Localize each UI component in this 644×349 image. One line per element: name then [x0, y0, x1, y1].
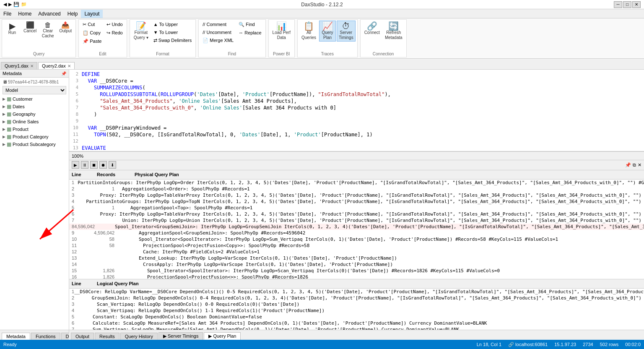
ribbon-group-powerbi-label: Power BI — [270, 51, 293, 56]
pin-icon[interactable]: 📌 — [625, 162, 631, 168]
tab-query2-close[interactable]: ✕ — [68, 64, 71, 68]
ribbon-group-query: ▶ Run ⬛ Cancel 🗑 ClearCache 📤 Output Que… — [2, 19, 76, 57]
tree-item-online-sales[interactable]: ▶ ▦ Online Sales — [1, 118, 68, 125]
logical-plan-row: 3 Scan_Vertipaq: RelLogOp DependOnCols()… — [69, 301, 644, 307]
table-icon-product-category: ▦ — [7, 134, 11, 140]
left-panel: Metadata 📌 🖥 597eaa44-e712-4678-88b1 Mod… — [0, 70, 69, 340]
refresh-metadata-button[interactable]: 🔄 RefreshMetadata — [383, 21, 405, 42]
code-editor[interactable]: 2 DEFINE 3 VAR __DS0Core = 4 SUMMARIZECO… — [69, 70, 644, 151]
ribbon-group-edit: ✂ Cut 📋 Copy 📌 Paste ↩ Undo ↪ Redo Edit — [78, 19, 127, 57]
server-timings-button[interactable]: ⏱ ServerTimings — [337, 21, 356, 42]
to-lower-button[interactable]: ▼ To Lower — [151, 29, 194, 36]
output-tabs: Output Results Query History ▶ Server Ti… — [69, 330, 644, 340]
comment-button[interactable]: // Comment — [200, 21, 236, 28]
code-line-8: 8 ) — [69, 112, 644, 118]
redo-button[interactable]: ↪ Redo — [104, 29, 125, 37]
results-panel: ▶ ⏸ ⏹ ⏺ ⬇ 📌 ⧉ ✕ Line Records Physical Qu… — [69, 160, 644, 330]
tree-item-product[interactable]: ▶ ▦ Product — [1, 125, 68, 133]
export-btn[interactable]: ⬇ — [109, 161, 116, 169]
metadata-pin-icon[interactable]: 📌 — [61, 71, 66, 76]
menu-file[interactable]: File — [0, 10, 15, 18]
tree-arrow-product-subcategory: ▶ — [3, 142, 5, 146]
tree-item-geography[interactable]: ▶ ▦ Geography — [1, 110, 68, 118]
tab-query2-label: Query2.dax — [42, 63, 66, 68]
table-icon-product-subcategory: ▦ — [7, 141, 11, 147]
status-position: Ln 18, Col 1 — [477, 342, 501, 347]
plan-row: 6 Proxy: IterPhyOp LogOp=TableVarProxy I… — [69, 211, 644, 217]
code-line-4: 4 SUMMARIZECOLUMNS( — [69, 85, 644, 91]
quick-access[interactable]: ◀ ▶ 💾 📁 — [3, 2, 27, 7]
find-button[interactable]: 🔍 Find — [236, 21, 263, 29]
menu-advanced[interactable]: Advanced — [35, 10, 64, 18]
menu-help[interactable]: Help — [64, 10, 81, 18]
all-queries-button[interactable]: 📋 AllQueries — [299, 21, 318, 42]
close-button[interactable]: ✕ — [632, 1, 641, 8]
tab-query1-close[interactable]: ✕ — [30, 64, 34, 68]
copy-button[interactable]: 📋 Copy — [80, 29, 104, 37]
menu-bar: File Home Advanced Help Layout — [0, 9, 644, 18]
cancel-button[interactable]: ⬛ Cancel — [21, 21, 39, 35]
connect-button[interactable]: 🔗 Connect — [362, 21, 382, 36]
menu-home[interactable]: Home — [15, 10, 35, 18]
connect-icon: 🔗 — [367, 22, 377, 30]
status-version: 15.1.97.23 — [554, 342, 576, 347]
output-tab-server-timings[interactable]: ▶ Server Timings — [158, 332, 203, 340]
to-upper-button[interactable]: ▲ To Upper — [151, 21, 194, 28]
stop-btn[interactable]: ⏹ — [90, 161, 98, 169]
tab-query2[interactable]: Query2.dax ✕ — [38, 62, 75, 69]
ribbon-group-format-label: Format — [132, 51, 194, 56]
load-perf-data-button[interactable]: 📊 Load PerfData — [270, 21, 293, 42]
tree-item-customer[interactable]: ▶ ▦ Customer — [1, 95, 68, 103]
play-btn[interactable]: ▶ — [72, 161, 79, 169]
maximize-button[interactable]: □ — [623, 1, 631, 8]
query-plan-button[interactable]: 📈 QueryPlan — [319, 21, 336, 42]
ribbon-group-connection-label: Connection — [362, 51, 405, 56]
format-query-button[interactable]: 📝 FormatQuery ▾ — [132, 21, 151, 42]
tab-query1[interactable]: Query1.dax ✕ — [1, 62, 37, 69]
quick-access-btn[interactable]: ◀ — [3, 2, 7, 7]
main-layout: Metadata 📌 🖥 597eaa44-e712-4678-88b1 Mod… — [0, 70, 644, 340]
float-icon[interactable]: ⧉ — [633, 162, 636, 168]
plan-row: 13 Extend_Lookup: IterPhyOp LogOp=VarSco… — [69, 255, 644, 261]
table-icon-dates: ▦ — [7, 104, 11, 109]
output-tab-query-plan[interactable]: ▶ Query Plan — [204, 332, 241, 340]
merge-xml-button[interactable]: 📄 Merge XML — [200, 36, 236, 44]
load-perf-icon: 📊 — [276, 22, 287, 30]
model-select[interactable]: Model — [3, 86, 66, 94]
output-button[interactable]: 📤 Output — [57, 21, 74, 35]
tree-item-dates[interactable]: ▶ ▦ Dates — [1, 103, 68, 110]
replace-button[interactable]: ↔ Replace — [236, 29, 263, 36]
metadata-tab[interactable]: Metadata — [2, 333, 30, 340]
run-button[interactable]: ▶ Run — [4, 21, 21, 36]
tree-item-product-category[interactable]: ▶ ▦ Product Category — [1, 133, 68, 141]
clear-cache-button[interactable]: 🗑 ClearCache — [39, 21, 56, 40]
plan-row: 11 58 ProjectionSpool<ProjectFusion<Copy… — [69, 242, 644, 249]
uncomment-button[interactable]: // Uncomment — [200, 29, 236, 36]
status-bar: Ready Ln 18, Col 1 🔗 localhost:60861 15.… — [0, 340, 644, 349]
tree-arrow-dates: ▶ — [3, 104, 5, 109]
ribbon: ▶ Run ⬛ Cancel 🗑 ClearCache 📤 Output Que… — [0, 18, 644, 59]
tree-label-product-subcategory: Product Subcategory — [13, 142, 56, 147]
ribbon-group-query-label: Query — [4, 51, 74, 56]
cut-button[interactable]: ✂ Cut — [80, 21, 104, 29]
output-tab-query-history[interactable]: Query History — [120, 333, 158, 340]
ribbon-group-powerbi: 📊 Load PerfData Power BI — [268, 19, 295, 57]
output-tab-output[interactable]: Output — [71, 333, 94, 340]
output-tab-results[interactable]: Results — [95, 333, 119, 340]
minimize-button[interactable]: ─ — [614, 1, 622, 8]
close-icon[interactable]: ✕ — [638, 162, 641, 168]
ribbon-group-traces-label: Traces — [299, 51, 356, 56]
quick-save-btn[interactable]: 💾 — [13, 2, 19, 7]
menu-layout[interactable]: Layout — [81, 10, 103, 18]
quick-access-btn[interactable]: ▶ — [8, 2, 12, 7]
pause-btn[interactable]: ⏸ — [81, 161, 88, 169]
tree-item-product-subcategory[interactable]: ▶ ▦ Product Subcategory — [1, 141, 68, 148]
logical-plan-row: 5 Constant: ScaLogOp DependOnCols() Bool… — [69, 314, 644, 320]
logical-plan-row: 4 Scan_Vertipaq: RelLogOp DependOnCols()… — [69, 307, 644, 314]
record-btn[interactable]: ⏺ — [99, 161, 107, 169]
swap-delimiters-button[interactable]: ⇄ Swap Delimiters — [151, 36, 194, 44]
undo-button[interactable]: ↩ Undo — [104, 21, 125, 29]
functions-tab[interactable]: Functions — [31, 333, 60, 340]
quick-open-btn[interactable]: 📁 — [21, 2, 27, 7]
paste-button[interactable]: 📌 Paste — [80, 37, 104, 45]
